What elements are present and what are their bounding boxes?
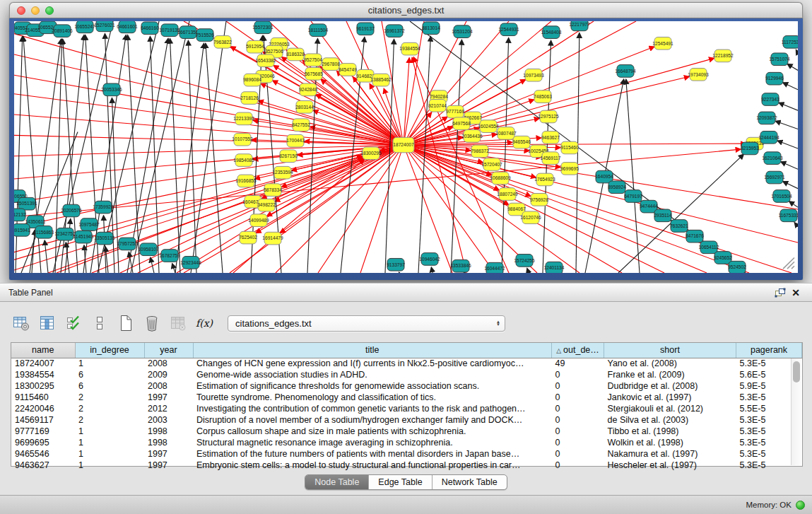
graph-node-label: 9524502	[728, 264, 746, 269]
graph-node-label: 20891406	[52, 28, 73, 33]
memory-ok-indicator-icon	[796, 501, 805, 510]
column-header-name[interactable]: name	[11, 343, 75, 358]
graph-node-label: 19384554	[399, 46, 420, 51]
column-visibility-button[interactable]	[37, 313, 57, 333]
table-cell: 9115460	[11, 392, 75, 403]
graph-node-label: 8454749	[339, 67, 357, 72]
table-cell: 18300295	[11, 380, 75, 392]
table-select-dropdown[interactable]: citations_edges.txt ▲▼	[228, 315, 505, 332]
table-cell: 2	[75, 403, 144, 414]
function-builder-button[interactable]: f(x)	[194, 313, 214, 333]
graph-edge	[781, 162, 798, 169]
create-column-button[interactable]	[116, 313, 136, 333]
graph-edge	[787, 64, 798, 70]
table-cell: 2008	[144, 380, 193, 392]
table-cell: 1997	[144, 460, 193, 471]
graph-edge	[783, 83, 798, 90]
graph-node-label: 9210744	[428, 103, 447, 108]
table-cell: Jankovic et al. (1997)	[604, 392, 736, 403]
tab-network-table[interactable]: Network Table	[432, 475, 507, 489]
table-row[interactable]: 1456911722003Disruption of a novel membe…	[11, 414, 802, 426]
table-row[interactable]: 969969511998Structural magnetic resonanc…	[11, 437, 802, 448]
table-cell: 2	[75, 392, 144, 403]
tab-edge-table[interactable]: Edge Table	[368, 475, 431, 489]
table-row[interactable]: 1872400712008Changes of HCN gene express…	[11, 358, 802, 369]
graph-node-label: 17654923	[534, 177, 555, 182]
node-attribute-table: namein_degreeyeartitle△out_de…shortpager…	[11, 342, 803, 467]
graph-node-label: 7940284	[430, 94, 448, 99]
table-row[interactable]: 911546021997Tourette syndrome. Phenomeno…	[11, 392, 802, 403]
graph-edge	[131, 21, 189, 273]
graph-node-label: 11156863	[34, 230, 54, 235]
graph-edge	[206, 43, 223, 273]
column-header-year[interactable]: year	[144, 343, 193, 358]
graph-node-label: 6466160	[141, 25, 159, 30]
graph-edge	[404, 21, 424, 145]
delete-column-button[interactable]	[142, 313, 162, 333]
tab-node-table[interactable]: Node Table	[305, 475, 368, 489]
table-cell: Dudbridge et al. (2008)	[604, 380, 736, 392]
graph-node-label: 2803144	[295, 105, 314, 110]
table-panel-title: Table Panel	[8, 288, 53, 298]
graph-node-label: 14350611	[25, 219, 46, 224]
table-scrollbar-thumb[interactable]	[793, 361, 800, 382]
network-graph: 1872400759129542222605335275068186328165…	[14, 21, 798, 273]
table-cell: 0	[552, 426, 604, 437]
graph-edge	[789, 201, 798, 207]
column-header-in_degree[interactable]: in_degree	[75, 343, 144, 358]
network-graph-canvas[interactable]: 1872400759129542222605335275068186328165…	[14, 21, 798, 273]
table-row[interactable]: 1830029562008Estimation of significance …	[11, 380, 802, 392]
table-cell: Corpus callosum shape and size in male p…	[193, 426, 552, 437]
graph-edge	[431, 267, 433, 273]
table-row[interactable]: 946554611997Estimation of the future num…	[11, 448, 802, 460]
table-mode-icon	[12, 314, 30, 332]
resize-grip[interactable]	[783, 257, 794, 269]
column-header-short[interactable]: short	[604, 343, 736, 358]
graph-node-label: 2935114	[654, 213, 672, 218]
graph-node-label: 12093872	[756, 115, 777, 120]
table-scrollbar[interactable]	[791, 358, 801, 465]
table-cell: Investigating the contribution of common…	[193, 403, 552, 414]
close-panel-button[interactable]: ✕	[788, 286, 804, 299]
table-row[interactable]: 977716911998Corpus callosum shape and si…	[11, 426, 802, 437]
graph-node-label: 3498222	[257, 202, 276, 207]
table-cell: Wolkin et al. (1998)	[604, 437, 736, 448]
table-cell: 22420046	[11, 403, 75, 414]
table-cell: Changes of HCN gene expression and I(f) …	[193, 358, 552, 369]
table-row[interactable]: 946362711997Embryonic stem cells: a mode…	[11, 460, 802, 471]
graph-node-label: 16120746	[520, 215, 541, 220]
graph-edge	[191, 21, 226, 273]
table-cell: Stergiakouli et al. (2012)	[604, 403, 736, 414]
graph-node-label: 19854085	[233, 158, 254, 163]
network-view-frame: 1872400759129542222605335275068186328165…	[9, 18, 803, 280]
window-titlebar[interactable]: citations_edges.txt	[9, 2, 803, 18]
float-panel-button[interactable]	[772, 286, 788, 299]
table-cell: Genome-wide association studies in ADHD.	[193, 369, 552, 380]
column-header-out_de[interactable]: △out_de…	[552, 343, 604, 358]
graph-node-label: 3527506	[265, 49, 283, 54]
graph-node-label: 9463627	[541, 135, 560, 140]
graph-node-label: 10531204	[452, 29, 473, 34]
table-cell: 2003	[144, 414, 193, 426]
graph-node-label: 10958107	[138, 247, 159, 252]
table-row[interactable]: 2242004622012Investigating the contribut…	[11, 403, 802, 414]
table-cell: 1997	[144, 448, 193, 460]
graph-edge	[404, 145, 664, 273]
dropdown-stepper-icon: ▲▼	[496, 320, 500, 326]
graph-node-label: 15572301	[252, 25, 273, 30]
column-header-title[interactable]: title	[193, 343, 552, 358]
graph-edge	[276, 145, 404, 273]
merge-rows-button[interactable]	[90, 313, 110, 333]
graph-node-label: 9896084	[243, 77, 261, 82]
column-header-pagerank[interactable]: pagerank	[736, 343, 802, 358]
table-cell: Tibbo et al. (1998)	[604, 426, 736, 437]
graph-node-label: 16044472	[484, 266, 505, 271]
graph-edge	[404, 58, 714, 145]
graph-node-label: 15692971	[764, 175, 785, 180]
graph-node-label: 12923448	[180, 260, 201, 265]
row-selection-button[interactable]	[64, 313, 83, 333]
table-mode-button[interactable]	[11, 313, 31, 333]
table-row[interactable]: 1938455462009Genome-wide association stu…	[11, 369, 802, 380]
graph-node-label: 11548408	[541, 30, 562, 35]
table-cell: Tourette syndrome. Phenomenology and cla…	[193, 392, 552, 403]
